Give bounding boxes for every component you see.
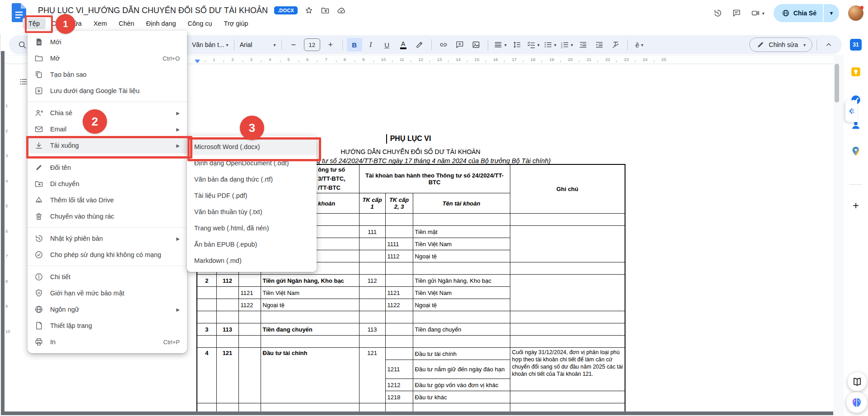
doc-subtitle-fragment[interactable]: g tư số 24/2024/TT-BTC ngày 17 tháng 4 n…	[317, 157, 551, 164]
table-cell[interactable]: Tiền Việt Nam	[413, 287, 510, 299]
file-menu-item-email[interactable]: Email▶	[28, 121, 187, 137]
table-cell[interactable]	[510, 262, 625, 275]
table-cell[interactable]: Ngoại tệ	[413, 250, 510, 262]
table-cell[interactable]	[216, 336, 238, 348]
table-cell[interactable]	[359, 238, 385, 250]
calendar-icon[interactable]: 31	[850, 39, 862, 51]
table-cell[interactable]: Ngoại tệ	[261, 299, 359, 311]
menubar-item-cong-cu[interactable]: Công cụ	[182, 18, 218, 29]
table-cell[interactable]	[216, 311, 238, 323]
table-cell[interactable]	[510, 336, 625, 348]
table-cell[interactable]: 1111	[385, 238, 413, 250]
download-submenu-item-4[interactable]: Tài liệu PDF (.pdf)	[187, 187, 317, 204]
table-cell[interactable]	[385, 275, 413, 287]
table-cell[interactable]	[359, 250, 385, 262]
file-menu-item-shield-at[interactable]: @Giới hạn về mức bảo mật	[28, 285, 187, 301]
table-cell[interactable]: Tiền Việt Nam	[413, 238, 510, 250]
insert-link-button[interactable]	[436, 38, 451, 51]
table-cell[interactable]: Ngoại tệ	[413, 299, 510, 311]
bulleted-list-button[interactable]: ▾	[542, 38, 558, 51]
table-cell[interactable]	[261, 311, 359, 323]
table-cell[interactable]: 112	[216, 275, 238, 287]
table-cell[interactable]	[216, 287, 238, 299]
decrease-font-size-button[interactable]: −	[286, 38, 301, 51]
numbered-list-button[interactable]: 123▾	[559, 38, 574, 51]
table-cell[interactable]	[385, 323, 413, 336]
table-cell[interactable]: Tài khoản ban hành theo Thông tư số 24/2…	[359, 164, 510, 193]
table-cell[interactable]	[238, 336, 261, 348]
table-cell[interactable]	[510, 403, 625, 411]
file-menu-item-globe[interactable]: Ngôn ngữ▶	[28, 301, 187, 318]
table-cell[interactable]	[359, 299, 385, 311]
table-cell[interactable]: Tiền gửi Ngân hàng, Kho bạc	[261, 275, 359, 287]
table-cell[interactable]: 1122	[238, 299, 261, 311]
file-menu-item-save-gdoc[interactable]: Lưu dưới dạng Google Tài liệu	[28, 83, 187, 99]
table-cell[interactable]	[238, 275, 261, 287]
table-cell[interactable]: 2	[197, 275, 216, 287]
file-menu-item-new-doc[interactable]: Mới	[28, 34, 187, 50]
table-cell[interactable]: 1211	[385, 360, 413, 379]
table-cell[interactable]	[413, 336, 510, 348]
menubar-item-dinh-dang[interactable]: Định dạng	[140, 18, 182, 29]
table-cell[interactable]	[261, 403, 359, 411]
table-cell[interactable]	[359, 287, 385, 299]
table-cell[interactable]: Đầu tư góp vốn vào đơn vị khác	[413, 379, 510, 391]
table-cell[interactable]	[510, 391, 625, 403]
table-cell[interactable]	[385, 403, 413, 411]
highlight-color-button[interactable]	[412, 38, 427, 51]
avatar[interactable]	[848, 5, 863, 21]
table-cell[interactable]: 1218	[385, 391, 413, 403]
table-cell[interactable]: 1212	[385, 379, 413, 391]
bold-button[interactable]: B	[347, 38, 362, 51]
file-menu-item-copy[interactable]: Tạo bản sao	[28, 66, 187, 83]
keep-icon[interactable]	[850, 66, 862, 78]
table-cell[interactable]	[238, 348, 261, 403]
file-menu-item-drive-add[interactable]: Thêm lối tắt vào Drive	[28, 192, 187, 208]
table-cell[interactable]	[261, 336, 359, 348]
decrease-indent-button[interactable]	[575, 38, 591, 51]
document-outline-icon[interactable]	[19, 77, 28, 86]
table-cell[interactable]	[359, 311, 385, 323]
reader-extension-button[interactable]	[848, 372, 867, 391]
table-cell[interactable]: Đầu tư tài chính	[261, 348, 359, 403]
line-spacing-button[interactable]	[509, 38, 524, 51]
collapse-panel-tab[interactable]	[845, 100, 857, 122]
table-cell[interactable]: Tiền gửi Ngân hàng, Kho bạc	[413, 275, 510, 287]
table-cell[interactable]: Đầu tư nắm giữ đến ngày đáo hạn	[413, 360, 510, 379]
table-cell[interactable]	[197, 403, 216, 411]
table-cell[interactable]: 1121	[238, 287, 261, 299]
cloud-status-icon[interactable]	[336, 5, 346, 15]
table-cell[interactable]: 1112	[385, 250, 413, 262]
increase-indent-button[interactable]	[592, 38, 607, 51]
underline-button[interactable]: U	[379, 38, 395, 51]
table-cell[interactable]	[197, 299, 216, 311]
checklist-button[interactable]: ▾	[525, 38, 541, 51]
table-cell[interactable]	[359, 262, 385, 275]
table-cell[interactable]: 113	[216, 323, 238, 336]
table-cell[interactable]: Tiền đang chuyển	[261, 323, 359, 336]
share-button-main[interactable]: Chia Sẻ	[774, 4, 823, 22]
table-cell[interactable]: TK cấp 2, 3	[385, 193, 413, 214]
table-cell[interactable]: 113	[359, 323, 385, 336]
increase-font-size-button[interactable]: +	[323, 38, 338, 51]
clear-formatting-button[interactable]	[608, 38, 623, 51]
table-cell[interactable]	[216, 403, 238, 411]
video-call-dropdown-icon[interactable]: ▾	[762, 11, 765, 16]
vertical-scrollbar[interactable]	[835, 64, 839, 103]
download-submenu-item-7[interactable]: Ấn bản EPUB (.epub)	[187, 236, 317, 252]
file-menu-item-trash[interactable]: Chuyển vào thùng rác	[28, 208, 187, 224]
share-button[interactable]: Chia Sẻ ▼	[774, 4, 839, 22]
table-cell[interactable]	[385, 311, 413, 323]
table-cell[interactable]	[385, 336, 413, 348]
table-cell[interactable]	[413, 262, 510, 275]
table-cell[interactable]: 1122	[385, 299, 413, 311]
align-button[interactable]: ▾	[492, 38, 508, 51]
table-cell[interactable]: Ghi chú	[510, 164, 625, 214]
table-cell[interactable]	[197, 311, 216, 323]
table-cell[interactable]	[238, 403, 261, 411]
hide-menus-button[interactable]	[821, 38, 836, 51]
comments-icon[interactable]	[732, 8, 742, 18]
file-menu-item-move[interactable]: Di chuyển	[28, 176, 187, 192]
table-cell[interactable]: Cuối ngày 31/12/2024, đơn vị phân loại p…	[510, 348, 625, 391]
move-folder-icon[interactable]	[320, 5, 330, 15]
